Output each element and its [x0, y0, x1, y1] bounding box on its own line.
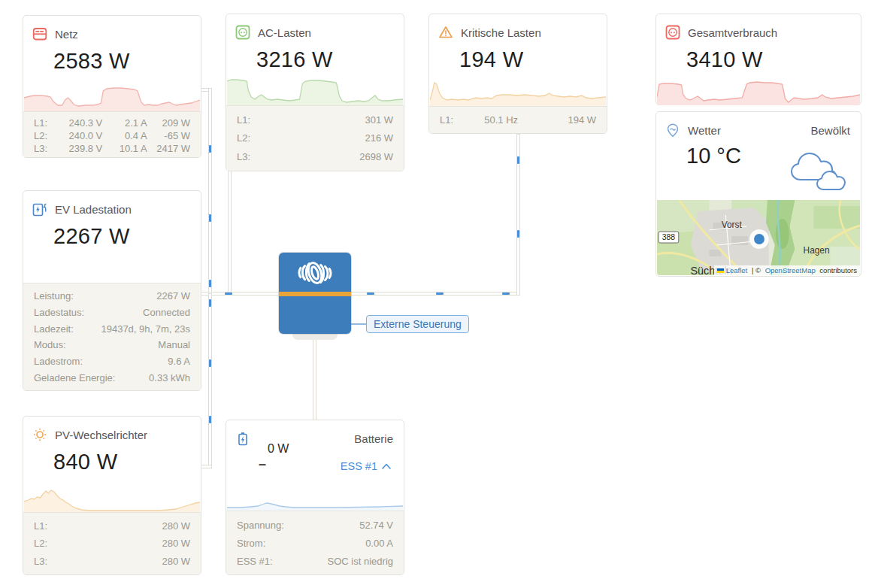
detail-label: ESS #1:	[237, 555, 273, 568]
battery-icon	[235, 431, 250, 446]
detail-value: 52.74 V	[359, 519, 393, 532]
ac-loads-power-value: 3216 W	[256, 47, 333, 72]
critical-loads-sparkline-area	[430, 83, 606, 106]
external-control-label: Externe Steuerung	[366, 315, 469, 333]
detail-label: Ladestrom:	[34, 355, 83, 368]
detail-row: ESS #1: SOC ist niedrig	[237, 555, 393, 568]
detail-value: 9.6 A	[168, 355, 190, 368]
card-ac-loads-header: AC-Lasten	[235, 25, 393, 40]
detail-value: 19437d, 9h, 7m, 23s	[101, 323, 190, 335]
card-battery-title: Batterie	[354, 432, 393, 445]
osm-link[interactable]: OpenStreetMap	[765, 266, 816, 274]
wire-grid-vertical	[208, 88, 212, 296]
phase-label: L2:	[34, 537, 47, 550]
phase-power: -65 W	[147, 129, 190, 142]
card-weather[interactable]: Wetter Bewölkt 10 °C	[655, 111, 861, 277]
phase-label: L3:	[34, 555, 47, 568]
detail-value: SOC ist niedrig	[328, 555, 393, 568]
flow-dash	[502, 292, 510, 295]
card-pv-inverter[interactable]: PV-Wechselrichter 840 W L1: 280 W L2: 28…	[23, 416, 201, 575]
flow-dash	[209, 145, 211, 153]
detail-row: Strom: 0.00 A	[237, 537, 393, 550]
vrm-dashboard: Netz 2583 W L1: 240.3 V 2.1 A 209 W L2: …	[0, 0, 878, 588]
phase-label: L3:	[237, 150, 250, 163]
map-label-vorst: Vorst	[722, 220, 743, 230]
location-pin-icon	[665, 123, 680, 138]
flow-dash	[209, 214, 211, 222]
phase-row: L2: 240.0 V 0.4 A -65 W	[34, 129, 190, 142]
consumption-socket-icon	[665, 25, 680, 40]
grid-sparkline	[24, 78, 200, 111]
flow-dash	[209, 416, 211, 423]
detail-label: Ladestatus:	[34, 306, 84, 319]
card-grid-title: Netz	[55, 28, 78, 41]
map-marker	[754, 234, 764, 244]
card-critical-loads-header: Kritische Lasten	[438, 25, 596, 40]
card-ac-loads-title: AC-Lasten	[258, 26, 311, 39]
chevron-up-icon	[381, 462, 392, 470]
phase-label: L2:	[237, 132, 250, 144]
leaflet-link[interactable]: Leaflet	[726, 266, 748, 274]
phase-row: L1: 50.1 Hz 194 W	[440, 114, 596, 126]
phase-power: 194 W	[518, 114, 596, 126]
phase-power: 216 W	[365, 132, 393, 144]
card-ev-charger[interactable]: EV Ladestation 2267 W Leistung: 2267 W L…	[23, 190, 201, 391]
victron-logo	[289, 257, 341, 289]
attribution-separator: | ©	[749, 266, 762, 274]
external-control-connector	[351, 323, 366, 325]
card-total-consumption[interactable]: Gesamtverbrauch 3410 W	[655, 14, 861, 105]
map-attribution: Leaflet | © OpenStreetMap contributors	[714, 265, 860, 275]
pv-details: L1: 280 W L2: 280 W L3: 280 W	[23, 512, 201, 574]
grid-details: L1: 240.3 V 2.1 A 209 W L2: 240.0 V 0.4 …	[23, 111, 201, 157]
wire-ac-bus-left	[200, 292, 280, 296]
card-ev-charger-header: EV Ladestation	[32, 202, 190, 217]
phase-row: L3: 280 W	[34, 555, 190, 568]
phase-power: 280 W	[162, 520, 190, 532]
grid-sparkline-area	[24, 88, 200, 111]
ac-loads-sparkline-area	[227, 80, 403, 105]
card-critical-loads[interactable]: Kritische Lasten 194 W L1: 50.1 Hz 194 W	[428, 14, 607, 134]
phase-current: 10.1 A	[102, 142, 147, 155]
weather-condition: Bewölkt	[810, 124, 850, 137]
detail-row: Modus: Manual	[34, 338, 190, 351]
card-battery[interactable]: 0 W Batterie – ESS #1 Spannung: 52.74 V …	[226, 420, 404, 575]
battery-state: –	[259, 456, 266, 472]
map[interactable]: 388 Vorst Hagen Süchteln Leaflet | © Ope…	[657, 200, 860, 275]
card-grid-header: Netz	[32, 26, 190, 41]
phase-power: 2417 W	[147, 142, 190, 155]
wire-battery	[313, 334, 316, 420]
detail-row: Ladestrom: 9.6 A	[34, 355, 190, 368]
wire-pv-vertical	[208, 293, 212, 468]
flow-dash	[367, 292, 374, 295]
total-consumption-sparkline-area	[657, 82, 860, 105]
card-ac-loads[interactable]: AC-Lasten 3216 W L1: 301 W L2: 216 W L3:…	[226, 14, 404, 171]
card-weather-header: Wetter Bewölkt	[665, 123, 850, 138]
socket-icon	[235, 25, 250, 40]
battery-power-value: 0 W	[268, 442, 289, 456]
card-grid[interactable]: Netz 2583 W L1: 240.3 V 2.1 A 209 W L2: …	[23, 15, 201, 158]
phase-label: L1:	[34, 117, 47, 129]
phase-row: L2: 216 W	[237, 132, 393, 144]
grid-power-value: 2583 W	[53, 49, 130, 74]
wire-pv-horizontal	[200, 465, 212, 468]
card-total-consumption-header: Gesamtverbrauch	[665, 25, 850, 40]
phase-label: L1:	[34, 520, 47, 532]
phase-label: L1:	[237, 114, 250, 126]
phase-power: 2698 W	[359, 150, 393, 163]
inverter-device[interactable]	[279, 253, 351, 334]
phase-voltage: 239.8 V	[47, 142, 102, 155]
card-ev-charger-title: EV Ladestation	[55, 203, 132, 216]
ess-link-label: ESS #1	[341, 460, 377, 472]
pv-power-value: 840 W	[53, 450, 117, 474]
phase-row: L2: 280 W	[34, 537, 190, 550]
detail-row: Geladene Energie: 0.33 kWh	[34, 371, 190, 384]
detail-value: Manual	[158, 338, 190, 351]
phase-label: L2:	[34, 129, 47, 142]
flow-dash	[517, 156, 519, 164]
ess-link[interactable]: ESS #1	[341, 460, 392, 472]
sun-icon	[32, 427, 47, 442]
detail-row: Spannung: 52.74 V	[237, 519, 393, 532]
phase-power: 301 W	[365, 114, 393, 126]
card-critical-loads-title: Kritische Lasten	[461, 26, 541, 39]
phase-power: 280 W	[162, 537, 190, 550]
